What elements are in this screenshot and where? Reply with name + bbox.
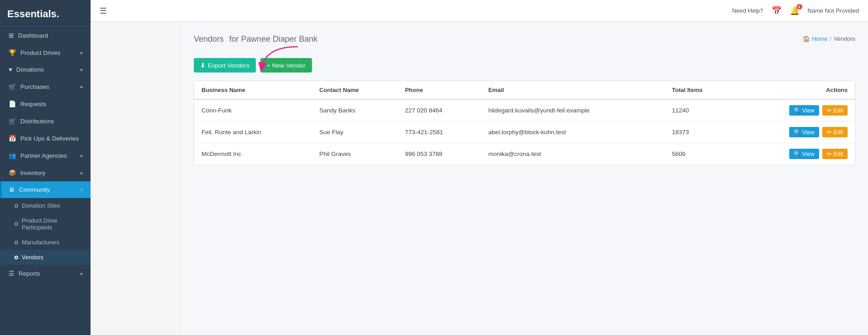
- annotation-container: ⬇ Export Vendors + New Vendor: [194, 53, 855, 73]
- edit-button-1[interactable]: ✏ Edit: [822, 127, 848, 137]
- sidebar-subitem-pdp[interactable]: Product Drive Participants: [0, 213, 91, 235]
- col-phone: Phone: [398, 81, 481, 99]
- chevron-icon-partner: ▸: [81, 153, 83, 159]
- sidebar-item-requests[interactable]: 📄 Requests: [0, 95, 91, 112]
- app-logo: Essentials.: [0, 0, 91, 27]
- cell-actions: 🔍 View ✏ Edit: [736, 99, 855, 121]
- cart-icon: 🛒: [9, 83, 16, 90]
- vendors-table-card: Business Name Contact Name Phone Email T…: [194, 81, 855, 165]
- search-icon: 🔍: [794, 129, 801, 136]
- cell-phone: 227 020 8464: [398, 99, 481, 121]
- search-icon: 🔍: [794, 151, 801, 157]
- col-email: Email: [481, 81, 665, 99]
- page-subtitle: for Pawnee Diaper Bank: [229, 34, 317, 44]
- cell-business-name: Feil, Runte and Larkin: [194, 121, 312, 143]
- download-icon: ⬇: [200, 62, 206, 69]
- topbar: ☰ Need Help? 📅 🔔 1 Name Not Provided: [91, 0, 868, 22]
- file-icon: 📄: [9, 100, 16, 107]
- edit-button-0[interactable]: ✏ Edit: [822, 105, 848, 116]
- sidebar-label-product-drives: Product Drives: [20, 49, 61, 56]
- sidebar-item-reports[interactable]: ☰ Reports ▸: [0, 265, 91, 282]
- edit-button-2[interactable]: ✏ Edit: [822, 149, 848, 159]
- sidebar-item-inventory[interactable]: 📦 Inventory ▸: [0, 164, 91, 181]
- sidebar-label-reports: Reports: [19, 270, 40, 277]
- chevron-icon-inventory: ▸: [81, 170, 83, 176]
- table-header: Business Name Contact Name Phone Email T…: [194, 81, 855, 99]
- table-row: McDermott Inc Phil Graves 996 053 3788 m…: [194, 143, 855, 165]
- sidebar-subitem-donation-sites[interactable]: Donation Sites: [0, 198, 91, 213]
- people-icon: 👥: [9, 152, 16, 159]
- sidebar-subitem-manufacturers[interactable]: Manufacturers: [0, 235, 91, 250]
- circle-icon-vendors: [14, 256, 18, 259]
- view-button-2[interactable]: 🔍 View: [789, 149, 819, 159]
- chevron-icon-donations: ▸: [81, 67, 83, 73]
- edit-icon: ✏: [827, 129, 832, 136]
- cell-actions: 🔍 View ✏ Edit: [736, 121, 855, 143]
- cell-contact-name: Phil Graves: [312, 143, 398, 165]
- sidebar-label-dashboard: Dashboard: [18, 32, 48, 39]
- view-button-1[interactable]: 🔍 View: [789, 127, 819, 137]
- home-icon: 🏠: [803, 35, 810, 42]
- sidebar-item-product-drives[interactable]: 🏆 Product Drives ▸: [0, 44, 91, 61]
- cell-business-name: Conn-Funk: [194, 99, 312, 121]
- edit-icon: ✏: [827, 107, 832, 114]
- sidebar-sublabel-vendors: Vendors: [22, 254, 43, 261]
- sidebar-sublabel-pdp: Product Drive Participants: [22, 217, 83, 231]
- cell-business-name: McDermott Inc: [194, 143, 312, 165]
- table-row: Feil, Runte and Larkin Sue Flay 773-421-…: [194, 121, 855, 143]
- export-vendors-button[interactable]: ⬇ Export Vendors: [194, 58, 256, 73]
- sidebar-item-partner-agencies[interactable]: 👥 Partner Agencies ▸: [0, 147, 91, 164]
- sidebar-label-purchases: Purchases: [20, 83, 49, 90]
- user-name[interactable]: Name Not Provided: [808, 7, 859, 14]
- cell-total-items: 11240: [665, 99, 736, 121]
- chevron-icon-community: ▾: [81, 187, 83, 193]
- hamburger-icon[interactable]: ☰: [100, 6, 107, 16]
- table-body: Conn-Funk Sandy Banks 227 020 8464 hilde…: [194, 99, 855, 165]
- calendar-topbar-icon[interactable]: 📅: [772, 6, 782, 16]
- sidebar-sublabel-manufacturers: Manufacturers: [22, 239, 59, 246]
- sidebar-item-pickups[interactable]: 📅 Pick Ups & Deliveries: [0, 130, 91, 147]
- distributions-icon: 🛒: [9, 117, 16, 125]
- circle-icon-pdp: [14, 222, 18, 226]
- sidebar-item-donations[interactable]: ♥ Donations ▸: [0, 61, 91, 78]
- page-title: Vendors for Pawnee Diaper Bank: [194, 33, 317, 44]
- main-content: Vendors for Pawnee Diaper Bank 🏠 Home / …: [181, 22, 868, 335]
- dashboard-icon: ⊞: [9, 32, 14, 39]
- inventory-icon: 📦: [9, 169, 16, 176]
- sidebar-item-community[interactable]: 🖥 Community ▾: [0, 181, 91, 198]
- col-actions: Actions: [736, 81, 855, 99]
- cell-contact-name: Sue Flay: [312, 121, 398, 143]
- circle-icon-donation-sites: [14, 204, 18, 208]
- heart-icon: ♥: [9, 66, 12, 73]
- chevron-icon-purchases: ▸: [81, 84, 83, 90]
- view-button-0[interactable]: 🔍 View: [789, 105, 819, 116]
- col-business-name: Business Name: [194, 81, 312, 99]
- sidebar: Essentials. ⊞ Dashboard 🏆 Product Drives…: [0, 0, 91, 335]
- sidebar-label-distributions: Distributions: [20, 118, 54, 125]
- col-contact-name: Contact Name: [312, 81, 398, 99]
- search-icon: 🔍: [794, 107, 801, 114]
- cell-contact-name: Sandy Banks: [312, 99, 398, 121]
- sidebar-item-dashboard[interactable]: ⊞ Dashboard: [0, 27, 91, 44]
- notification-bell[interactable]: 🔔 1: [790, 6, 800, 16]
- sidebar-label-pickups: Pick Ups & Deliveries: [20, 135, 79, 142]
- breadcrumb-current: Vendors: [834, 35, 855, 42]
- trophy-icon: 🏆: [9, 49, 16, 56]
- sidebar-label-inventory: Inventory: [20, 170, 46, 176]
- sidebar-item-purchases[interactable]: 🛒 Purchases ▸: [0, 78, 91, 95]
- cell-actions: 🔍 View ✏ Edit: [736, 143, 855, 165]
- sidebar-sublabel-donation-sites: Donation Sites: [22, 202, 60, 209]
- new-vendor-button[interactable]: + New Vendor: [260, 58, 312, 73]
- sidebar-label-community: Community: [19, 186, 50, 193]
- sidebar-item-distributions[interactable]: 🛒 Distributions: [0, 112, 91, 130]
- breadcrumb: 🏠 Home / Vendors: [803, 35, 855, 42]
- cell-email: monika@crona.test: [481, 143, 665, 165]
- sidebar-label-donations: Donations: [16, 66, 44, 73]
- vendors-table: Business Name Contact Name Phone Email T…: [194, 81, 855, 165]
- sidebar-subitem-vendors[interactable]: Vendors: [0, 250, 91, 265]
- notification-badge: 1: [796, 4, 802, 10]
- cell-email: abel.torphy@block-kuhn.test: [481, 121, 665, 143]
- reports-icon: ☰: [9, 270, 14, 277]
- need-help-link[interactable]: Need Help?: [732, 7, 763, 14]
- breadcrumb-home-link[interactable]: 🏠 Home: [803, 35, 828, 42]
